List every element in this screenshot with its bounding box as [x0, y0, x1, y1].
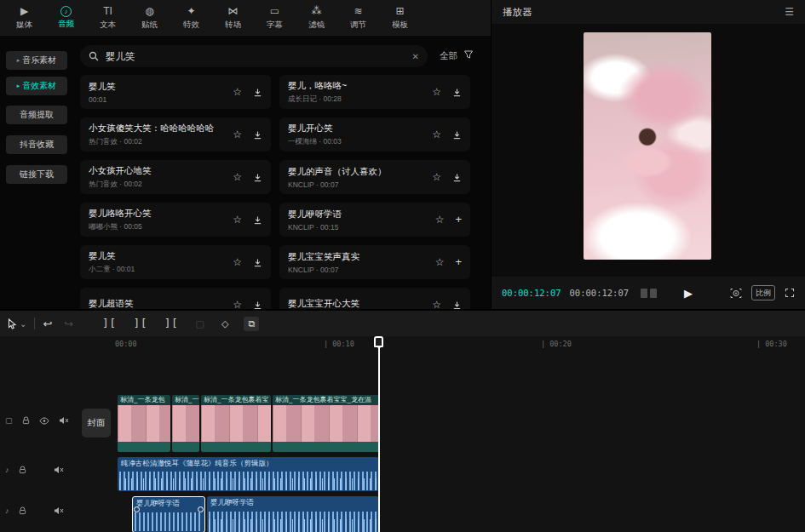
lock-icon[interactable] [19, 466, 26, 474]
clear-search-icon[interactable]: ✕ [412, 52, 419, 61]
download-icon[interactable] [253, 88, 262, 97]
sound-item[interactable]: 小女孩傻笑大笑：哈哈哈哈哈哈热门音效 · 00:02 ☆ [80, 117, 271, 152]
preview-zoom-icon[interactable] [730, 288, 742, 299]
crop-image-icon[interactable]: ⧉ [244, 317, 259, 331]
playhead-handle[interactable] [374, 336, 383, 347]
aspect-ratio-button[interactable]: 比例 [751, 285, 775, 300]
favorite-icon[interactable]: ☆ [233, 172, 242, 182]
sidebar-item-sound-effects[interactable]: ▸ 音效素材 [6, 77, 67, 95]
mask-icon[interactable]: ◇ [221, 318, 228, 329]
favorite-icon[interactable]: ☆ [233, 129, 242, 140]
video-preview[interactable] [584, 32, 711, 260]
playhead-line[interactable] [378, 337, 380, 532]
sidebar-item-link-download[interactable]: 链接下载 [6, 165, 67, 184]
favorite-icon[interactable]: ☆ [435, 257, 445, 267]
tab-adjust[interactable]: ≋ 调节 [337, 5, 379, 31]
mute-speaker-icon[interactable] [59, 416, 69, 425]
download-icon[interactable] [253, 300, 262, 310]
sidebar-item-audio-extract[interactable]: 音频提取 [6, 106, 67, 124]
play-button[interactable]: ▶ [684, 287, 693, 300]
split-icon[interactable]: ][ [102, 317, 116, 329]
tab-sticker[interactable]: ◍ 贴纸 [129, 5, 170, 31]
player-menu-icon[interactable]: ☰ [785, 6, 794, 18]
download-icon[interactable] [452, 173, 462, 182]
video-clip-audio-strip [172, 442, 199, 452]
trim-handle-left[interactable] [134, 506, 140, 512]
download-icon[interactable] [452, 300, 462, 310]
sound-item[interactable]: 小女孩开心地笑热门音效 · 00:02 ☆ [80, 160, 271, 194]
tab-captions[interactable]: ▭ 字幕 [254, 5, 296, 31]
fullscreen-icon[interactable] [785, 288, 795, 298]
tab-audio[interactable]: ♪ 音频 [45, 6, 87, 30]
sound-meta: 热门音效 · 00:02 [89, 180, 233, 190]
select-tool-dropdown-icon[interactable]: ⌄ [20, 319, 26, 329]
sidebar-item-douyin-favorites[interactable]: 抖音收藏 [6, 135, 67, 154]
download-icon[interactable] [452, 88, 462, 97]
filter-all-button[interactable]: 全部 [440, 50, 457, 62]
video-clip[interactable]: 标清_一条龙包裹着宝宝_龙在温 [273, 395, 379, 452]
current-time: 00:00:12:07 [502, 288, 561, 298]
tab-templates[interactable]: ⊞ 模板 [379, 5, 421, 31]
sound-item[interactable]: 婴儿超语笑 ☆ [80, 288, 271, 309]
sound-effect-list: 婴儿笑00:01 ☆ 婴儿，咯咯咯~成长日记 · 00:28 ☆ 小女孩傻笑大笑… [80, 75, 477, 309]
visibility-eye-icon[interactable] [39, 417, 49, 425]
favorite-icon[interactable]: ☆ [432, 172, 441, 182]
favorite-icon[interactable]: ☆ [233, 215, 242, 225]
video-clip[interactable]: 标清_一 [172, 395, 199, 452]
sound-item[interactable]: 婴儿开心笑一棵海绵 · 00:03 ☆ [279, 117, 470, 152]
cover-button[interactable]: 封面 [82, 409, 111, 438]
search-bar[interactable]: ✕ [80, 45, 428, 67]
sfx-clip-selected[interactable]: 婴儿咿呀学语 [132, 496, 205, 532]
favorite-icon[interactable]: ☆ [233, 87, 242, 97]
favorite-icon[interactable]: ☆ [432, 300, 441, 309]
favorite-icon[interactable]: ☆ [233, 300, 242, 309]
sound-item[interactable]: 婴儿宝宝开心大笑 ☆ [279, 288, 470, 309]
tab-text[interactable]: TI 文本 [87, 5, 129, 31]
favorite-icon[interactable]: ☆ [435, 215, 445, 225]
download-icon[interactable] [253, 130, 262, 140]
filter-funnel-icon[interactable] [463, 49, 474, 60]
undo-icon[interactable]: ↩ [43, 317, 52, 330]
delete-left-icon[interactable]: ][ [134, 317, 147, 329]
ruler-tick: | 00:10 [324, 340, 354, 348]
preview-quality-icon[interactable] [641, 289, 657, 298]
add-icon[interactable]: + [455, 257, 462, 267]
sound-item[interactable]: 婴儿咿呀学语KNCLIP · 00:15 ☆+ [279, 203, 470, 237]
sfx-clip[interactable]: 婴儿咿呀学语 [207, 496, 379, 532]
mute-speaker-icon[interactable] [54, 506, 64, 515]
favorite-icon[interactable]: ☆ [233, 257, 242, 267]
download-icon[interactable] [253, 173, 262, 182]
delete-right-icon[interactable]: ][ [164, 317, 178, 329]
sound-item[interactable]: 婴儿，咯咯咯~成长日记 · 00:28 ☆ [279, 75, 470, 109]
sound-item[interactable]: 婴儿笑00:01 ☆ [80, 75, 271, 109]
music-clip[interactable]: 纯净古松清澈悦耳《蒲草花》纯音乐（剪辑版） [118, 457, 379, 491]
music-clip-label: 纯净古松清澈悦耳《蒲草花》纯音乐（剪辑版） [118, 457, 379, 471]
tab-transitions[interactable]: ⋈ 转场 [212, 5, 254, 31]
video-clip-thumbnails [118, 405, 170, 442]
lock-icon[interactable] [22, 416, 30, 425]
select-tool-icon[interactable] [7, 318, 17, 329]
sound-title: 婴儿笑 [89, 250, 233, 262]
video-clip[interactable]: 标清_一条龙包 [118, 395, 170, 452]
favorite-icon[interactable]: ☆ [432, 129, 441, 140]
sound-item[interactable]: 婴儿宝宝笑声真实KNCLIP · 00:07 ☆+ [279, 245, 470, 279]
tab-filters[interactable]: ⁂ 滤镜 [296, 5, 337, 31]
redo-icon[interactable]: ↪ [64, 317, 73, 330]
favorite-icon[interactable]: ☆ [432, 87, 441, 97]
freeze-frame-icon[interactable]: ▢ [196, 318, 204, 329]
video-clip[interactable]: 标清_一条龙包裹着宝 [201, 395, 271, 452]
mute-speaker-icon[interactable] [54, 466, 64, 474]
download-icon[interactable] [253, 215, 262, 225]
search-input[interactable] [104, 50, 407, 62]
download-icon[interactable] [253, 258, 262, 267]
tab-media[interactable]: ▶ 媒体 [3, 5, 45, 31]
add-icon[interactable]: + [455, 215, 462, 225]
sidebar-item-music-assets[interactable]: ▸ 音乐素材 [6, 51, 67, 70]
sound-item[interactable]: 婴儿笑小二童 · 00:01 ☆ [80, 245, 271, 279]
sound-item[interactable]: 婴儿咯咯开心笑嘟嘟小熊 · 00:05 ☆ [80, 203, 271, 237]
download-icon[interactable] [452, 130, 462, 140]
sound-item[interactable]: 婴儿的声音（讨人喜欢）KNCLIP · 00:07 ☆ [279, 160, 470, 194]
lock-icon[interactable] [19, 506, 26, 515]
trim-handle-right[interactable] [198, 506, 204, 512]
tab-effects[interactable]: ✦ 特效 [170, 5, 212, 31]
